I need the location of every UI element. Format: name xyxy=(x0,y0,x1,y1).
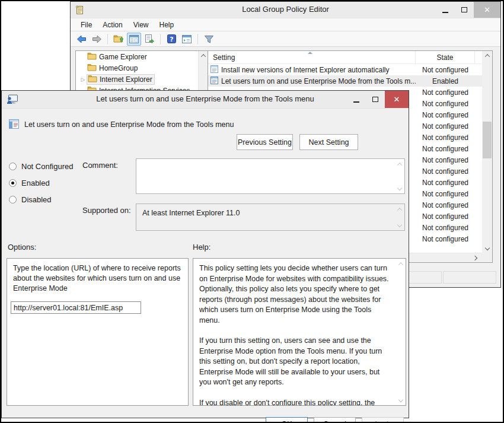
scroll-up-icon[interactable] xyxy=(398,262,403,267)
scroll-down-icon xyxy=(397,186,402,190)
list-vertical-scrollbar[interactable] xyxy=(482,51,492,253)
setting-state: Not configured xyxy=(416,122,475,131)
setting-state: Not configured xyxy=(416,235,475,243)
folder-icon xyxy=(87,63,97,73)
next-setting-button[interactable]: Next Setting xyxy=(299,134,358,150)
scrollbar-thumb[interactable] xyxy=(483,122,492,158)
radio-label: Disabled xyxy=(21,195,52,204)
previous-setting-button[interactable]: Previous Setting xyxy=(237,134,293,150)
dialog-titlebar[interactable]: Let users turn on and use Enterprise Mod… xyxy=(2,91,409,109)
radio-circle[interactable] xyxy=(9,196,17,203)
setting-state: Not configured xyxy=(416,179,475,187)
toolbar-separator xyxy=(107,34,108,44)
supported-on-box: At least Internet Explorer 11.0 xyxy=(136,203,405,231)
scroll-down-icon[interactable] xyxy=(482,243,492,253)
scroll-down-icon[interactable] xyxy=(398,397,403,402)
setting-state: Not configured xyxy=(416,156,475,164)
menubar: File Action View Help xyxy=(71,18,500,31)
setting-state: Not configured xyxy=(416,145,475,153)
policy-setting-icon xyxy=(9,119,19,131)
toolbar-separator xyxy=(197,34,198,44)
radio-enabled[interactable]: Enabled xyxy=(9,179,50,187)
supported-on-label: Supported on: xyxy=(82,206,131,215)
show-console-tree-icon[interactable] xyxy=(127,33,141,46)
scroll-up-icon xyxy=(397,163,402,167)
sort-ascending-icon xyxy=(308,52,312,54)
options-panel: Type the location (URL) of where to rece… xyxy=(7,258,189,406)
help-paragraph: If you disable or don't configure this p… xyxy=(199,398,391,406)
help-icon[interactable]: ? xyxy=(164,33,178,46)
list-header: Setting State xyxy=(208,51,492,64)
scrollbar-corner xyxy=(482,253,492,262)
radio-disabled[interactable]: Disabled xyxy=(9,195,52,204)
setting-name: Let users turn on and use Enterprise Mod… xyxy=(221,77,416,85)
radio-label: Not Configured xyxy=(21,162,73,171)
scroll-down-icon xyxy=(397,222,402,227)
scroll-up-icon xyxy=(397,208,402,212)
scroll-up-icon[interactable] xyxy=(482,51,492,61)
policy-dialog: Let users turn on and use Enterprise Mod… xyxy=(1,90,409,418)
tree-item-internet-explorer[interactable]: ▷ Internet Explorer xyxy=(76,74,208,85)
setting-state: Not configured xyxy=(416,88,475,97)
setting-name: Install new versions of Internet Explore… xyxy=(221,66,389,74)
column-header-state[interactable]: State xyxy=(416,51,475,63)
help-label: Help: xyxy=(193,243,210,252)
help-paragraph: This policy setting lets you decide whet… xyxy=(199,263,391,326)
folder-icon xyxy=(88,75,97,84)
minimize-button[interactable] xyxy=(347,91,366,108)
back-icon[interactable] xyxy=(74,33,88,46)
setting-state: Not configured xyxy=(416,133,475,142)
setting-state: Not configured xyxy=(416,224,475,232)
maximize-button[interactable] xyxy=(366,91,385,108)
cancel-button[interactable]: Cancel xyxy=(314,417,356,423)
options-description: Type the location (URL) of where to rece… xyxy=(13,263,182,294)
setting-state: Not configured xyxy=(416,100,475,108)
table-row-selected[interactable]: Let users turn on and use Enterprise Mod… xyxy=(208,75,482,87)
scroll-right-icon[interactable] xyxy=(470,253,480,263)
setting-state: Not configured xyxy=(416,201,475,209)
show-properties-window-icon[interactable] xyxy=(180,33,194,46)
gpe-titlebar[interactable]: Local Group Policy Editor ✕ xyxy=(71,2,500,18)
radio-label: Enabled xyxy=(21,179,50,187)
status-cell xyxy=(443,271,496,284)
radio-not-configured[interactable]: Not Configured xyxy=(9,162,73,171)
forward-icon[interactable] xyxy=(90,33,104,46)
scroll-up-icon[interactable] xyxy=(199,51,208,61)
menu-file[interactable]: File xyxy=(75,19,97,31)
table-row[interactable]: Install new versions of Internet Explore… xyxy=(208,64,482,75)
setting-state: Not configured xyxy=(416,190,475,198)
dialog-content: Let users turn on and use Enterprise Mod… xyxy=(2,109,409,418)
setting-state: Not configured xyxy=(416,167,475,176)
menu-action[interactable]: Action xyxy=(97,19,127,31)
close-button[interactable]: ✕ xyxy=(474,2,500,18)
export-list-icon[interactable] xyxy=(142,33,157,46)
menu-view[interactable]: View xyxy=(128,19,154,31)
setting-state: Not configured xyxy=(416,111,475,119)
setting-state: Not configured xyxy=(416,212,475,221)
help-panel[interactable]: This policy setting lets you decide whet… xyxy=(193,258,406,406)
tree-item-label: Internet Explorer xyxy=(100,75,152,84)
menu-help[interactable]: Help xyxy=(154,19,180,31)
comment-label: Comment: xyxy=(82,161,118,170)
policy-name-label: Let users turn on and use Enterprise Mod… xyxy=(24,120,234,129)
tree-item-label: HomeGroup xyxy=(99,64,138,72)
radio-circle-selected[interactable] xyxy=(9,179,17,187)
ok-button[interactable]: OK xyxy=(266,417,308,423)
desktop: Local Group Policy Editor ✕ File Action … xyxy=(0,0,504,423)
tree-item-game-explorer[interactable]: Game Explorer xyxy=(76,51,208,62)
tree-item-homegroup[interactable]: HomeGroup xyxy=(76,62,208,74)
setting-state: Not configured xyxy=(416,66,475,74)
radio-circle[interactable] xyxy=(9,163,17,170)
apply-button[interactable]: Apply xyxy=(362,417,404,423)
filter-icon[interactable] xyxy=(202,33,216,46)
maximize-button[interactable] xyxy=(455,2,474,18)
expander-icon[interactable]: ▷ xyxy=(79,77,87,82)
up-one-level-icon[interactable] xyxy=(111,33,126,46)
tree-item-label: Game Explorer xyxy=(99,53,147,61)
options-label: Options: xyxy=(8,243,36,252)
policy-setting-icon xyxy=(210,65,218,75)
comment-textarea[interactable] xyxy=(136,158,405,194)
minimize-button[interactable] xyxy=(436,2,455,18)
close-icon[interactable]: ✕ xyxy=(385,91,409,108)
report-url-input[interactable] xyxy=(11,301,141,314)
